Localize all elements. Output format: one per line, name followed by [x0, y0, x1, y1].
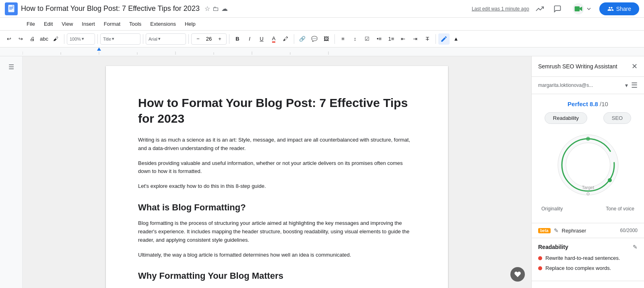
rephraser-count: 60/2000: [620, 228, 638, 233]
highlight-button[interactable]: 🖍: [280, 33, 291, 45]
panel-menu-icon[interactable]: ☰: [631, 81, 638, 90]
folder-icon[interactable]: 🗀: [213, 5, 219, 12]
menu-help[interactable]: Help: [181, 19, 200, 29]
sep2: [97, 34, 98, 44]
paragraph-4: Blog formatting is the process of struct…: [138, 219, 416, 244]
score-perfect: Perfect: [568, 101, 588, 107]
decrease-indent-button[interactable]: ⇤: [398, 33, 409, 45]
beta-badge: beta: [538, 228, 551, 233]
sidebar-left: ☰: [0, 56, 23, 288]
import-badge[interactable]: [510, 267, 525, 282]
menu-insert[interactable]: Insert: [78, 19, 99, 29]
outline-icon[interactable]: ☰: [6, 61, 17, 72]
underline-button[interactable]: U: [256, 33, 267, 45]
readability-header: Readability ✎: [538, 244, 638, 250]
score-denom: /10: [600, 101, 608, 107]
readability-title: Readability: [538, 244, 568, 250]
paint-format-button[interactable]: 🖌: [50, 33, 62, 45]
page-body: Writing is as much a science as it is an…: [138, 136, 416, 288]
menu-file[interactable]: File: [23, 19, 39, 29]
tab-readability[interactable]: Readability: [545, 112, 587, 124]
menu-edit[interactable]: Edit: [40, 19, 57, 29]
numbered-list-button[interactable]: 1≡: [386, 33, 397, 45]
issue-dot-1: [538, 256, 542, 260]
star-icon[interactable]: ☆: [204, 5, 210, 12]
right-panel: Semrush SEO Writing Assistant ✕ margarit…: [531, 56, 644, 288]
tab-seo[interactable]: SEO: [603, 112, 631, 124]
clear-format-button[interactable]: T̶: [422, 33, 433, 45]
title-icons: ☆ 🗀 ☁: [204, 5, 228, 12]
share-label: Share: [616, 6, 631, 12]
svg-rect-4: [23, 47, 365, 56]
score-section: Perfect 8.8 /10 Readability SEO: [532, 94, 644, 223]
bold-button[interactable]: B: [232, 33, 243, 45]
paragraph-1: Writing is as much a science as it is an…: [138, 136, 416, 153]
font-size-decrease[interactable]: −: [192, 33, 204, 45]
share-button[interactable]: Share: [599, 2, 639, 15]
heading-2: Why Formatting Your Blog Matters: [138, 269, 416, 283]
menu-bar: File Edit View Insert Format Tools Exten…: [0, 18, 644, 31]
score-num: 8.8: [590, 101, 598, 107]
sep3: [143, 34, 143, 44]
meet-button[interactable]: [568, 1, 596, 17]
gauge-svg: Target: [552, 129, 624, 201]
trending-icon-btn[interactable]: [533, 2, 547, 16]
last-edit-label[interactable]: Last edit was 1 minute ago: [472, 6, 529, 12]
sep7: [334, 34, 335, 44]
svg-point-31: [586, 137, 590, 141]
sep8: [436, 34, 436, 44]
style-select[interactable]: Title ▾: [100, 33, 140, 45]
sep4: [188, 34, 189, 44]
gauge-container: Target: [552, 129, 624, 201]
sep1: [64, 34, 64, 44]
undo-button[interactable]: ↩: [3, 33, 14, 45]
italic-button[interactable]: I: [244, 33, 255, 45]
font-size-increase[interactable]: +: [214, 33, 225, 45]
comments-icon-btn[interactable]: [550, 2, 565, 16]
checklist-button[interactable]: ☑: [361, 33, 373, 45]
comment-button[interactable]: 💬: [309, 33, 320, 45]
panel-close-button[interactable]: ✕: [632, 62, 638, 71]
main-area: ☰ How to Format Your Blog Post: 7 Effect…: [0, 56, 644, 288]
page-title: How to Format Your Blog Post: 7 Effectiv…: [138, 95, 416, 126]
tone-of-voice-label[interactable]: Tone of voice: [606, 206, 634, 212]
svg-point-32: [608, 178, 612, 182]
spellcheck-button[interactable]: abc: [38, 33, 50, 45]
link-button[interactable]: 🔗: [297, 33, 308, 45]
originality-label[interactable]: Originality: [541, 206, 563, 212]
font-select[interactable]: Arial ▾: [146, 33, 186, 45]
text-color-button[interactable]: A: [268, 33, 279, 45]
paragraph-5: Ultimately, the way a blog article is fo…: [138, 251, 416, 259]
zoom-select[interactable]: 100% ▾: [67, 33, 95, 45]
bullets-button[interactable]: •≡: [374, 33, 385, 45]
rephraser-bar[interactable]: beta ✎ Rephraser 60/2000: [532, 223, 644, 238]
redo-button[interactable]: ↪: [15, 33, 26, 45]
line-spacing-button[interactable]: ↕: [349, 33, 361, 45]
issue-item-1: Rewrite hard-to-read sentences.: [538, 255, 638, 261]
rephraser-icon: ✎: [554, 227, 559, 234]
score-tabs: Readability SEO: [538, 112, 638, 124]
readability-section: Readability ✎ Rewrite hard-to-read sente…: [532, 238, 644, 281]
readability-edit-icon[interactable]: ✎: [633, 244, 638, 250]
image-button[interactable]: 🖼: [321, 33, 332, 45]
align-button[interactable]: ≡: [337, 33, 349, 45]
panel-user-dropdown[interactable]: ▾: [625, 82, 628, 88]
menu-format[interactable]: Format: [100, 19, 124, 29]
score-corners: Originality Tone of voice: [538, 204, 638, 216]
expand-toolbar-button[interactable]: ▲: [450, 33, 462, 45]
print-button[interactable]: 🖨: [27, 33, 38, 45]
seo-section: SEO ✎: [532, 281, 644, 288]
heading-1: What is Blog Formatting?: [138, 200, 416, 214]
ruler-inner: [23, 47, 644, 56]
menu-tools[interactable]: Tools: [125, 19, 145, 29]
increase-indent-button[interactable]: ⇥: [410, 33, 421, 45]
menu-extensions[interactable]: Extensions: [146, 19, 180, 29]
doc-title: How to Format Your Blog Post: 7 Effectiv…: [21, 4, 200, 13]
menu-view[interactable]: View: [58, 19, 77, 29]
text-style-button[interactable]: [438, 33, 450, 45]
panel-user-email: margarita.loktionova@s...: [538, 82, 593, 88]
rephraser-label: Rephraser: [562, 228, 617, 234]
title-bar: How to Format Your Blog Post: 7 Effectiv…: [0, 0, 644, 18]
history-group: ↩ ↪ 🖨 abc 🖌: [3, 33, 62, 45]
cloud-icon[interactable]: ☁: [221, 5, 228, 12]
